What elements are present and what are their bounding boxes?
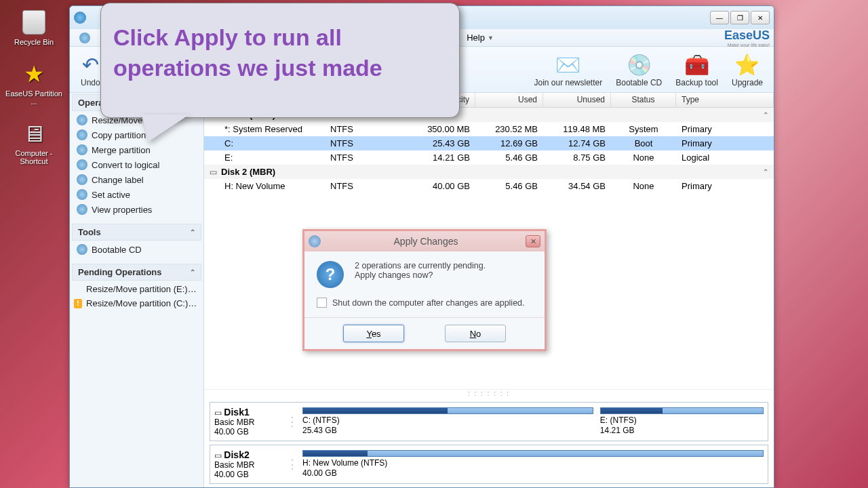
pending-list: Resize/Move partition (E:) on D...!Resiz…	[70, 282, 203, 310]
tools-header[interactable]: Tools ⌃	[72, 224, 201, 241]
collapse-icon[interactable]: ⌃	[763, 111, 768, 119]
part-status: None	[611, 181, 676, 191]
pending-header[interactable]: Pending Operations ⌃	[72, 264, 201, 281]
separator: ⋮	[286, 457, 298, 472]
pending-item[interactable]: !Resize/Move partition (C:) on D...	[70, 296, 203, 310]
part-label: H: New Volume (NTFS)	[302, 458, 764, 468]
part-capacity: 350.00 MB	[406, 124, 475, 134]
undo-label: Undo	[81, 78, 100, 87]
splitter[interactable]: : : : : : : :	[204, 389, 774, 399]
chevron-up-icon: ⌃	[190, 268, 195, 276]
action-icon	[77, 204, 87, 215]
part-used: 12.69 GB	[475, 138, 543, 148]
partition-bar[interactable]: C: (NTFS)25.43 GB	[302, 407, 593, 436]
disk-map-header: ▭ Disk1Basic MBR40.00 GB	[214, 407, 282, 436]
computer-shortcut[interactable]: 🖥 Computer - Shortcut	[3, 114, 65, 171]
disk-icon: ▭	[214, 408, 224, 418]
backup-label: Backup tool	[675, 78, 718, 87]
partition-row[interactable]: H: New VolumeNTFS40.00 GB5.46 GB34.54 GB…	[204, 179, 774, 193]
part-status: Boot	[611, 138, 676, 148]
menu-help-label: Help	[467, 33, 485, 43]
part-type: Primary	[676, 138, 774, 148]
disk-map-header: ▭ Disk2Basic MBR40.00 GB	[214, 449, 282, 479]
sidebar-item[interactable]: Merge partition	[70, 142, 203, 157]
disk-header[interactable]: ▭Disk 2 (MBR)⌃	[204, 165, 774, 179]
menu-icon[interactable]	[74, 30, 96, 45]
disk-sub1: Basic MBR	[214, 460, 254, 470]
shutdown-checkbox[interactable]	[317, 298, 327, 308]
dialog-titlebar: Apply Changes ✕	[304, 231, 545, 251]
disk-icon: ▭	[210, 167, 217, 177]
disk-title: Disk1	[224, 407, 249, 418]
part-used: 5.46 GB	[475, 152, 543, 163]
sidebar-item[interactable]: Set active	[70, 187, 203, 202]
undo-icon: ↶	[82, 52, 99, 78]
dialog-icon	[309, 235, 321, 247]
action-icon	[77, 115, 87, 125]
partition-row[interactable]: C:NTFS25.43 GB12.69 GB12.74 GBBootPrimar…	[204, 136, 774, 150]
upgrade-label: Upgrade	[732, 78, 763, 87]
chevron-up-icon: ⌃	[190, 228, 195, 236]
sidebar-item-label: Set active	[92, 190, 130, 200]
part-status: System	[611, 124, 676, 134]
star-icon: ★	[20, 60, 48, 88]
dialog-body: ? 2 operations are currently pending. Ap…	[304, 251, 545, 317]
pending-item[interactable]: Resize/Move partition (E:) on D...	[70, 282, 203, 296]
part-fs: NTFS	[325, 138, 406, 148]
partition-row[interactable]: *: System ReservedNTFS350.00 MB230.52 MB…	[204, 122, 774, 136]
sidebar-item-label: Copy partition	[92, 130, 146, 140]
action-icon	[77, 159, 87, 170]
computer-label: Computer - Shortcut	[4, 149, 64, 165]
sidebar-item[interactable]: Change label	[70, 172, 203, 187]
part-label: E:	[204, 152, 325, 163]
sidebar-item[interactable]: View properties	[70, 202, 203, 217]
trash-icon	[22, 10, 45, 35]
part-type: Primary	[676, 124, 774, 134]
bootable-label: Bootable CD	[616, 78, 662, 87]
envelope-icon: ✉️	[555, 52, 580, 78]
disk-map: ▭ Disk1Basic MBR40.00 GB⋮C: (NTFS)25.43 …	[210, 402, 768, 441]
part-used: 5.46 GB	[475, 181, 543, 191]
disk-title: Disk2	[224, 449, 249, 460]
part-fs: NTFS	[325, 152, 406, 163]
easeus-shortcut[interactable]: ★ EaseUS Partition ...	[3, 54, 65, 111]
window-controls: — ❐ ✕	[710, 11, 770, 24]
part-label: C:	[204, 138, 325, 148]
apply-changes-dialog: Apply Changes ✕ ? 2 operations are curre…	[302, 229, 547, 351]
maximize-button[interactable]: ❐	[730, 11, 749, 24]
dialog-close-button[interactable]: ✕	[526, 235, 540, 247]
backup-button[interactable]: 🧰 Backup tool	[669, 51, 725, 89]
part-used: 230.52 MB	[475, 124, 543, 134]
part-unused: 119.48 MB	[543, 124, 611, 134]
cd-icon	[77, 244, 87, 255]
tool-icon: 🧰	[684, 52, 709, 78]
no-button[interactable]: No	[445, 325, 506, 342]
instruction-callout: Click Apply to run all operations we jus…	[100, 3, 460, 118]
sidebar-item-label: Convert to logical	[92, 160, 159, 170]
yes-button[interactable]: Yes	[343, 325, 404, 342]
partition-bar[interactable]: H: New Volume (NTFS)40.00 GB	[302, 450, 764, 479]
close-button[interactable]: ✕	[751, 11, 770, 24]
yes-label: es	[372, 329, 381, 339]
sidebar-item[interactable]: Convert to logical	[70, 157, 203, 172]
action-icon	[77, 189, 87, 200]
recycle-label: Recycle Bin	[14, 38, 54, 46]
collapse-icon[interactable]: ⌃	[763, 168, 768, 176]
part-size: 14.21 GB	[600, 426, 764, 436]
shutdown-checkbox-row[interactable]: Shut down the computer after changes are…	[317, 298, 532, 308]
upgrade-button[interactable]: ⭐ Upgrade	[725, 51, 770, 89]
recycle-bin[interactable]: Recycle Bin	[3, 3, 65, 52]
part-size: 40.00 GB	[302, 468, 764, 479]
partition-row[interactable]: E:NTFS14.21 GB5.46 GB8.75 GBNoneLogical	[204, 150, 774, 165]
partition-bar[interactable]: E: (NTFS)14.21 GB	[600, 407, 764, 436]
shutdown-label: Shut down the computer after changes are…	[332, 298, 525, 308]
sidebar-item-bootable-cd[interactable]: Bootable CD	[70, 242, 203, 257]
minimize-button[interactable]: —	[710, 11, 729, 24]
dialog-message-2: Apply changes now?	[355, 270, 486, 280]
newsletter-button[interactable]: ✉️ Join our newsletter	[527, 51, 609, 89]
sidebar-item-label: View properties	[92, 205, 152, 215]
bootable-cd-label: Bootable CD	[92, 245, 142, 255]
menu-help[interactable]: Help ▼	[461, 30, 499, 45]
bootable-button[interactable]: 💿 Bootable CD	[609, 51, 669, 89]
chevron-down-icon: ▼	[488, 35, 494, 41]
